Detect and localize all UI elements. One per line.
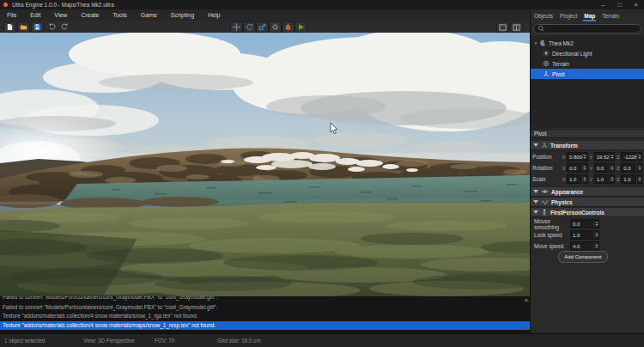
close-button[interactable]: × — [628, 0, 644, 9]
scene-hierarchy: ▾ Thea Mk2 Directional Light Terrain — [531, 36, 644, 128]
rotation-z-field[interactable]: 0.0 — [621, 163, 642, 173]
undo-icon — [48, 22, 57, 30]
add-component-button[interactable]: Add Component — [558, 251, 608, 263]
status-grid-size: Grid size: 16.0 cm — [217, 338, 261, 344]
position-z-field[interactable]: -1228.48 — [621, 152, 642, 161]
scroll-up-icon[interactable] — [524, 298, 529, 301]
scroll-down-icon[interactable] — [524, 327, 529, 331]
stepper[interactable] — [582, 164, 587, 172]
search-input[interactable] — [547, 24, 641, 33]
menu-create[interactable]: Create — [74, 12, 106, 18]
tree-item-terrain[interactable]: Terrain — [531, 58, 644, 69]
menu-game[interactable]: Game — [134, 12, 164, 18]
open-folder-icon — [20, 23, 27, 31]
run-debug-button[interactable] — [282, 21, 295, 33]
first-person-controls-icon — [541, 209, 548, 216]
menu-bar: File Edit View Create Tools Game Scripti… — [0, 9, 530, 21]
new-file-icon — [6, 23, 14, 31]
save-button[interactable] — [31, 21, 44, 33]
menu-edit[interactable]: Edit — [23, 12, 47, 18]
field-look-speed: Look speed 1.0 — [534, 230, 642, 240]
transform-row-rotation: Rotation X 0.0 Y 0.0 Z 0.0 — [532, 163, 642, 173]
single-view-button[interactable] — [496, 21, 509, 33]
stepper[interactable] — [609, 164, 614, 172]
viewport-3d[interactable] — [0, 33, 530, 296]
move-speed-input[interactable]: 4.0 — [570, 241, 599, 251]
stepper[interactable] — [593, 220, 598, 228]
search-icon — [538, 25, 545, 33]
scale-x-field[interactable]: 1.0 — [567, 174, 588, 184]
stepper[interactable] — [582, 175, 587, 183]
status-fov: FOV: 70 — [155, 338, 174, 344]
tree-item-pivot[interactable]: Pivot — [531, 69, 644, 79]
menu-help[interactable]: Help — [201, 12, 227, 18]
console-line[interactable]: Texture "addons/materials collection/4 s… — [0, 312, 530, 320]
undo-button[interactable] — [47, 21, 58, 31]
physics-icon — [541, 198, 549, 205]
split-view-button[interactable] — [510, 21, 523, 33]
tree-root-thea-mk2[interactable]: ▾ Thea Mk2 — [531, 38, 644, 48]
window-title: Ultra Engine 1.0.0 - Maps/Thea Mk2.ultra — [12, 2, 114, 8]
field-move-speed: Move speed 4.0 — [534, 241, 642, 251]
rotation-x-field[interactable]: 0.0 — [567, 163, 588, 173]
open-folder-button[interactable] — [17, 21, 30, 33]
menu-view[interactable]: View — [47, 12, 74, 18]
stepper[interactable] — [593, 231, 598, 239]
status-view: View: 3D Perspective — [83, 338, 135, 344]
settings-gear-icon — [271, 23, 279, 31]
settings-button[interactable] — [269, 21, 282, 33]
menu-tools[interactable]: Tools — [106, 12, 133, 18]
minimize-button[interactable]: – — [595, 0, 611, 9]
chevron-down-icon — [533, 210, 538, 214]
redo-button[interactable] — [59, 21, 70, 31]
scale-y-field[interactable]: 1.0 — [594, 174, 616, 184]
panel-tabs: Objects Project Map Terrain — [531, 9, 644, 22]
mouse-smoothing-input[interactable]: 0.0 — [570, 219, 599, 228]
single-view-icon — [499, 24, 507, 31]
tab-project[interactable]: Project — [556, 9, 580, 22]
maximize-button[interactable]: □ — [611, 0, 628, 9]
console-line[interactable]: Failed to convert "Models/Port/container… — [0, 303, 530, 312]
section-first-person-controls[interactable]: FirstPersonControls — [531, 207, 644, 217]
field-mouse-smoothing: Mouse smoothing 0.0 — [534, 219, 642, 228]
status-bar: 1 object selected View: 3D Perspective F… — [0, 333, 644, 347]
status-selection: 1 object selected — [4, 338, 45, 344]
stepper[interactable] — [636, 175, 641, 183]
section-physics[interactable]: Physics — [531, 197, 644, 207]
stepper[interactable] — [582, 153, 587, 161]
new-file-button[interactable] — [3, 21, 16, 33]
tree-item-directional-light[interactable]: Directional Light — [531, 48, 644, 58]
console-scrollbar[interactable] — [524, 297, 529, 332]
play-game-icon — [297, 23, 305, 31]
rotation-y-field[interactable]: 0.0 — [594, 163, 616, 173]
chevron-down-icon — [533, 143, 538, 147]
stepper[interactable] — [636, 153, 641, 161]
console-line-selected[interactable]: Texture "addons/materials collection/4 s… — [0, 321, 530, 330]
position-y-field[interactable]: 19.52 — [594, 152, 616, 161]
stepper[interactable] — [609, 175, 614, 183]
tab-terrain[interactable]: Terrain — [598, 9, 623, 22]
scale-z-field[interactable]: 1.0 — [621, 174, 642, 184]
stepper[interactable] — [609, 153, 614, 161]
section-appearance[interactable]: Appearance — [531, 186, 644, 197]
menu-file[interactable]: File — [0, 12, 23, 18]
look-speed-input[interactable]: 1.0 — [570, 230, 599, 240]
scale-tool-button[interactable] — [256, 21, 269, 33]
tab-map[interactable]: Map — [580, 9, 598, 22]
stepper[interactable] — [636, 164, 641, 172]
section-transform[interactable]: Transform — [531, 140, 644, 150]
transform-row-position: Position X 0.80021 Y 19.52 Z -1228.48 — [532, 152, 642, 161]
tab-objects[interactable]: Objects — [531, 9, 556, 22]
rotate-tool-icon — [246, 23, 253, 31]
search-box[interactable] — [533, 24, 641, 33]
translate-tool-button[interactable] — [230, 21, 243, 33]
translate-tool-icon — [233, 23, 240, 31]
title-bar: Ultra Engine 1.0.0 - Maps/Thea Mk2.ultra… — [0, 0, 644, 9]
rotate-tool-button[interactable] — [243, 21, 256, 33]
position-x-field[interactable]: 0.80021 — [567, 152, 588, 161]
terrain-globe-icon — [542, 60, 550, 68]
stepper[interactable] — [593, 242, 598, 250]
play-game-button[interactable] — [295, 21, 307, 33]
console-line[interactable]: Failed to convert "Models/Port/container… — [0, 296, 530, 301]
menu-scripting[interactable]: Scripting — [164, 12, 201, 18]
